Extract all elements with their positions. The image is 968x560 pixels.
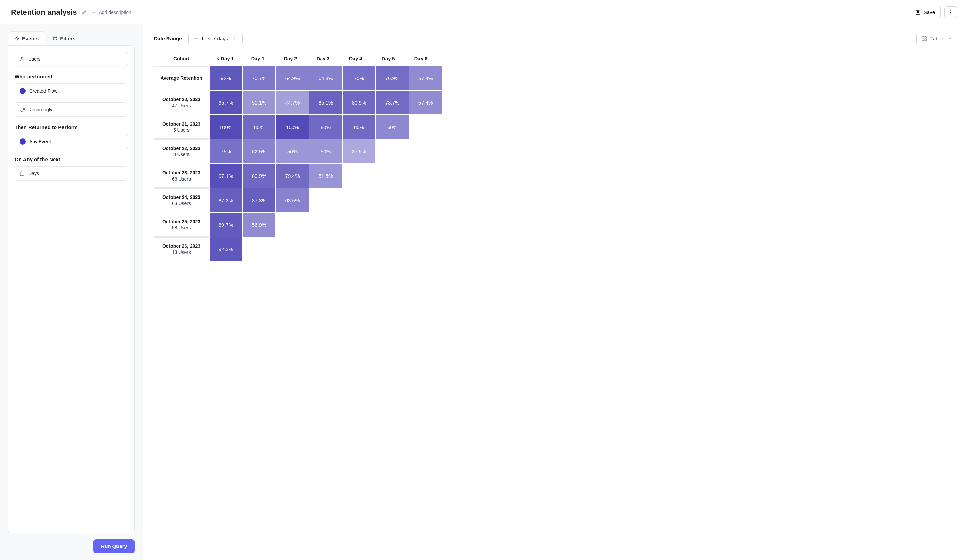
page-header: Retention analysis Add description Save <box>0 0 968 25</box>
table-row: October 22, 20238 Users75%62.5%50%50%37.… <box>154 139 442 163</box>
cohort-cell: October 26, 202313 Users <box>154 237 209 261</box>
retention-cell: 60% <box>376 115 409 139</box>
cohort-cell: Average Retention <box>154 66 209 90</box>
return-event-selector[interactable]: Any Event <box>15 134 128 149</box>
column-header: Day 1 <box>242 51 274 66</box>
column-header: Day 3 <box>307 51 339 66</box>
column-header: < Day 1 <box>209 51 242 66</box>
cohort-cell: October 25, 202358 Users <box>154 213 209 236</box>
query-sidebar: Events Filters Users Who performed <box>0 25 143 560</box>
retention-cell: 62.5% <box>243 139 275 163</box>
retention-cell: 75% <box>210 139 242 163</box>
date-range-value: Last 7 days <box>202 36 228 41</box>
retention-cell: 64.9% <box>276 66 309 90</box>
svg-rect-18 <box>194 36 198 41</box>
view-value: Table <box>930 36 943 41</box>
user-icon <box>20 57 25 62</box>
svg-point-2 <box>950 13 951 14</box>
date-range-select[interactable]: Last 7 days <box>188 33 243 45</box>
retention-cell: 64.8% <box>310 66 342 90</box>
tab-filters-label: Filters <box>60 36 75 41</box>
who-performed-label: Who performed <box>15 74 128 79</box>
event-dot-icon <box>20 139 26 145</box>
cohort-cell: October 24, 202363 Users <box>154 188 209 212</box>
column-header: Day 2 <box>274 51 307 66</box>
retention-cell: 92% <box>210 66 242 90</box>
table-row: October 21, 20235 Users100%80%100%80%80%… <box>154 115 442 139</box>
users-label: Users <box>28 56 41 62</box>
save-icon <box>915 10 921 15</box>
column-header: Day 6 <box>404 51 437 66</box>
then-returned-label: Then Returned to Perform <box>15 124 128 130</box>
save-button[interactable]: Save <box>910 6 941 18</box>
svg-marker-3 <box>15 36 19 41</box>
results-content: Date Range Last 7 days <box>143 25 968 560</box>
retention-cell: 95.7% <box>210 91 242 114</box>
more-menu-button[interactable] <box>944 7 957 18</box>
retention-cell: 79.4% <box>276 164 309 188</box>
grid-icon <box>922 36 927 41</box>
column-header: Day 5 <box>372 51 404 66</box>
tab-events[interactable]: Events <box>8 31 45 45</box>
tab-filters[interactable]: Filters <box>46 31 81 45</box>
table-row: Average Retention92%70.7%64.9%64.8%75%76… <box>154 66 442 90</box>
retention-cell: 97.1% <box>210 164 242 188</box>
add-description-button[interactable]: Add description <box>92 10 131 15</box>
retention-cell: 44.7% <box>276 91 309 114</box>
svg-rect-22 <box>922 36 924 38</box>
calendar-icon <box>20 171 25 176</box>
retention-cell: 51.5% <box>310 164 342 188</box>
tab-events-label: Events <box>22 36 39 41</box>
run-query-button[interactable]: Run Query <box>93 539 134 553</box>
retention-cell: 80.9% <box>243 164 275 188</box>
edit-title-icon[interactable] <box>81 10 87 15</box>
retention-cell: 57.4% <box>409 91 442 114</box>
retention-cell: 76.9% <box>376 66 409 90</box>
column-header: Day 4 <box>339 51 372 66</box>
plus-icon <box>92 10 96 15</box>
retention-cell: 70.7% <box>243 66 275 90</box>
cohort-cell: October 20, 202347 Users <box>154 91 209 114</box>
retention-table: Cohort< Day 1Day 1Day 2Day 3Day 4Day 5Da… <box>154 51 442 261</box>
cohort-cell: October 22, 20238 Users <box>154 139 209 163</box>
view-select[interactable]: Table <box>917 33 957 45</box>
table-row: October 24, 202363 Users87.3%87.3%63.5% <box>154 188 442 212</box>
retention-cell: 78.7% <box>376 91 409 114</box>
retention-cell: 37.5% <box>343 139 375 163</box>
retention-cell: 87.3% <box>210 188 242 212</box>
sliders-icon <box>53 36 57 41</box>
page-title: Retention analysis <box>11 8 77 17</box>
cohort-cell: October 21, 20235 Users <box>154 115 209 139</box>
svg-rect-23 <box>925 36 926 38</box>
retention-cell: 92.3% <box>210 237 242 261</box>
recurringly-label: Recurringly <box>28 107 52 112</box>
recurrence-selector[interactable]: Recurringly <box>15 102 128 117</box>
svg-rect-25 <box>922 39 924 41</box>
retention-cell: 87.3% <box>243 188 275 212</box>
created-flow-label: Created Flow <box>29 88 57 94</box>
retention-cell: 80.9% <box>343 91 375 114</box>
add-description-label: Add description <box>98 10 131 15</box>
on-any-next-label: On Any of the Next <box>15 157 128 162</box>
table-row: October 26, 202313 Users92.3% <box>154 237 442 261</box>
chevron-down-icon <box>948 36 952 41</box>
any-event-label: Any Event <box>29 139 51 144</box>
event-selector-created-flow[interactable]: Created Flow <box>15 84 128 98</box>
period-selector[interactable]: Days <box>15 166 128 180</box>
retention-cell: 80% <box>310 115 342 139</box>
retention-cell: 100% <box>210 115 242 139</box>
retention-cell: 56.9% <box>243 213 275 236</box>
users-selector[interactable]: Users <box>15 52 128 66</box>
cohort-cell: October 23, 202368 Users <box>154 164 209 188</box>
chevron-down-icon <box>233 36 237 41</box>
retention-cell: 50% <box>310 139 342 163</box>
refresh-icon <box>20 107 25 112</box>
retention-cell: 80% <box>343 115 375 139</box>
column-header: Cohort <box>154 51 209 66</box>
retention-cell: 89.7% <box>210 213 242 236</box>
days-label: Days <box>28 171 39 176</box>
svg-rect-24 <box>925 39 926 41</box>
save-label: Save <box>923 9 935 15</box>
svg-point-0 <box>950 10 951 11</box>
svg-rect-14 <box>20 172 24 175</box>
